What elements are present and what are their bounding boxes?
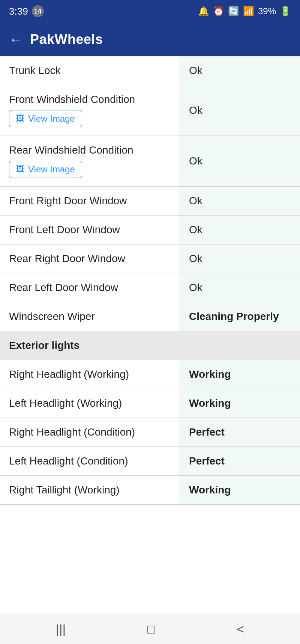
cell-right-rear-right-door-window: Ok	[180, 244, 300, 273]
table-row: Rear Windshield Condition🖼View ImageOk	[0, 136, 300, 187]
view-image-label-rear-windshield: View Image	[28, 164, 75, 175]
sync-icon: 🔄	[228, 6, 239, 17]
nav-bar: ||| □ <	[0, 614, 300, 644]
cell-left-left-headlight-condition: Left Headlight (Condition)	[0, 447, 180, 475]
cell-right-front-left-door-window: Ok	[180, 216, 300, 244]
label-rear-left-door-window: Rear Left Door Window	[9, 282, 171, 294]
cell-right-front-windshield: Ok	[180, 85, 300, 136]
cell-left-right-headlight-condition: Right Headlight (Condition)	[0, 418, 180, 446]
alarm-icon: 🔔	[198, 6, 209, 17]
value-front-windshield: Ok	[189, 104, 202, 116]
view-image-btn-rear-windshield[interactable]: 🖼View Image	[9, 161, 82, 178]
label-rear-windshield: Rear Windshield Condition	[9, 144, 171, 156]
label-trunk-lock: Trunk Lock	[9, 65, 171, 77]
cell-left-right-taillight-working: Right Taillight (Working)	[0, 476, 180, 504]
label-rear-right-door-window: Rear Right Door Window	[9, 253, 171, 265]
section-header-exterior-lights: Exterior lights	[0, 331, 300, 360]
home-nav-icon[interactable]: □	[147, 622, 155, 636]
value-right-headlight-working: Working	[189, 368, 231, 380]
cell-right-left-headlight-condition: Perfect	[180, 447, 300, 475]
value-right-taillight-working: Working	[189, 484, 231, 496]
exterior-rows-container: Right Headlight (Working)WorkingLeft Hea…	[0, 360, 300, 505]
label-front-left-door-window: Front Left Door Window	[9, 224, 171, 236]
cell-right-front-right-door-window: Ok	[180, 187, 300, 215]
view-image-label-front-windshield: View Image	[28, 113, 75, 124]
value-front-left-door-window: Ok	[189, 224, 202, 236]
table-row: Left Headlight (Condition)Perfect	[0, 447, 300, 476]
image-icon: 🖼	[16, 164, 24, 174]
cell-left-rear-left-door-window: Rear Left Door Window	[0, 273, 180, 302]
value-left-headlight-condition: Perfect	[189, 455, 225, 467]
table-row: Rear Right Door WindowOk	[0, 244, 300, 273]
battery-icon: 🔋	[280, 6, 291, 17]
cell-left-front-windshield: Front Windshield Condition🖼View Image	[0, 85, 180, 136]
cell-left-rear-windshield: Rear Windshield Condition🖼View Image	[0, 136, 180, 186]
cell-right-left-headlight-working: Working	[180, 389, 300, 418]
label-left-headlight-working: Left Headlight (Working)	[9, 397, 171, 409]
label-front-right-door-window: Front Right Door Window	[9, 195, 171, 207]
status-right: 🔔 ⏰ 🔄 📶 39% 🔋	[198, 6, 291, 17]
table-row: Front Right Door WindowOk	[0, 187, 300, 216]
table-row: Right Headlight (Working)Working	[0, 360, 300, 389]
value-left-headlight-working: Working	[189, 397, 231, 409]
cell-left-right-headlight-working: Right Headlight (Working)	[0, 360, 180, 389]
cell-left-rear-right-door-window: Rear Right Door Window	[0, 244, 180, 273]
signal-icon: 📶	[243, 6, 254, 17]
cell-right-windscreen-wiper: Cleaning Properly	[180, 302, 300, 331]
cell-left-front-right-door-window: Front Right Door Window	[0, 187, 180, 215]
label-right-headlight-condition: Right Headlight (Condition)	[9, 426, 171, 438]
value-windscreen-wiper: Cleaning Properly	[189, 311, 279, 323]
value-rear-left-door-window: Ok	[189, 282, 202, 294]
app-bar: ← PakWheels	[0, 23, 300, 56]
status-time: 3:39	[9, 6, 28, 17]
cell-right-rear-windshield: Ok	[180, 136, 300, 186]
back-button[interactable]: ←	[9, 32, 22, 47]
table-row: Rear Left Door WindowOk	[0, 273, 300, 302]
label-left-headlight-condition: Left Headlight (Condition)	[9, 455, 171, 467]
cell-left-windscreen-wiper: Windscreen Wiper	[0, 302, 180, 331]
table-row: Trunk LockOk	[0, 56, 300, 85]
back-nav-icon[interactable]: <	[237, 622, 244, 636]
table-row: Left Headlight (Working)Working	[0, 389, 300, 418]
value-front-right-door-window: Ok	[189, 195, 202, 207]
label-right-taillight-working: Right Taillight (Working)	[9, 484, 171, 496]
value-rear-windshield: Ok	[189, 155, 202, 167]
cell-left-trunk-lock: Trunk Lock	[0, 56, 180, 85]
menu-nav-icon[interactable]: |||	[56, 622, 66, 636]
cell-right-rear-left-door-window: Ok	[180, 273, 300, 302]
table-row: Front Windshield Condition🖼View ImageOk	[0, 85, 300, 136]
clock-icon: ⏰	[213, 6, 224, 17]
content-area: Trunk LockOkFront Windshield Condition🖼V…	[0, 56, 300, 535]
status-left: 3:39 14	[9, 5, 44, 17]
image-icon: 🖼	[16, 114, 24, 124]
status-bar: 3:39 14 🔔 ⏰ 🔄 📶 39% 🔋	[0, 0, 300, 23]
label-right-headlight-working: Right Headlight (Working)	[9, 368, 171, 380]
cell-left-front-left-door-window: Front Left Door Window	[0, 216, 180, 244]
table-row: Right Taillight (Working)Working	[0, 476, 300, 505]
label-windscreen-wiper: Windscreen Wiper	[9, 311, 171, 323]
label-front-windshield: Front Windshield Condition	[9, 94, 171, 106]
value-right-headlight-condition: Perfect	[189, 426, 225, 438]
cell-right-right-taillight-working: Working	[180, 476, 300, 504]
value-rear-right-door-window: Ok	[189, 253, 202, 265]
view-image-btn-front-windshield[interactable]: 🖼View Image	[9, 110, 82, 127]
battery-text: 39%	[258, 6, 276, 17]
table-row: Right Headlight (Condition)Perfect	[0, 418, 300, 447]
table-row: Front Left Door WindowOk	[0, 216, 300, 244]
rows-container: Trunk LockOkFront Windshield Condition🖼V…	[0, 56, 300, 331]
cell-left-left-headlight-working: Left Headlight (Working)	[0, 389, 180, 418]
cell-right-right-headlight-condition: Perfect	[180, 418, 300, 446]
notification-badge: 14	[32, 5, 44, 17]
table-row: Windscreen WiperCleaning Properly	[0, 302, 300, 331]
value-trunk-lock: Ok	[189, 65, 202, 77]
cell-right-right-headlight-working: Working	[180, 360, 300, 389]
cell-right-trunk-lock: Ok	[180, 56, 300, 85]
app-title: PakWheels	[30, 32, 103, 47]
